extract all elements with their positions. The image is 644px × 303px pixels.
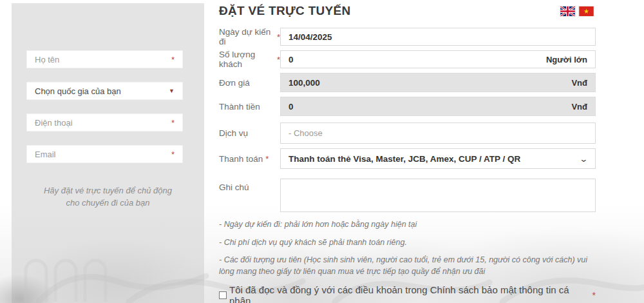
form-row-date: Ngày dự kiến đi* 14/04/2025 (219, 28, 596, 46)
currency-label: Vnđ (571, 78, 587, 88)
chevron-down-icon: ⌄ (579, 155, 588, 163)
form-footnotes: - Ngày dự kiến đi: phải lớn hơn hoặc bằn… (219, 219, 601, 284)
currency-label: Vnđ (571, 102, 587, 112)
form-row-note: Ghi chú (219, 179, 596, 212)
email-input[interactable]: Email * (26, 145, 183, 163)
quantity-label: Số lượng khách* (219, 50, 280, 68)
total-label: Thành tiền (219, 97, 280, 116)
date-label: Ngày dự kiến đi* (219, 28, 280, 46)
note-label: Ghi chú (219, 179, 280, 212)
email-placeholder: Email (35, 150, 171, 159)
quantity-input[interactable]: 0 Người lớn (280, 50, 596, 68)
required-marker: * (171, 118, 175, 128)
footnote: - Ngày dự kiến đi: phải lớn hơn hoặc bằn… (219, 219, 601, 231)
service-label: Dịch vụ (219, 122, 280, 144)
date-input[interactable]: 14/04/2025 (280, 28, 596, 46)
agreement-text: Tôi đã đọc và đồng ý với các điều khoản … (229, 284, 589, 303)
promo-text: Hãy đặt vé trực tuyến để chủ động cho ch… (23, 184, 193, 209)
form-row-unit-price: Đơn giá 100,000 Vnđ (219, 73, 596, 92)
note-textarea[interactable] (280, 179, 596, 212)
agreement-checkbox[interactable] (219, 291, 227, 299)
language-vietnamese-flag[interactable] (579, 6, 594, 16)
country-selected-value: Chọn quốc gia của bạn (35, 86, 169, 96)
language-switcher (560, 6, 594, 16)
booking-form: ĐẶT VÉ TRỰC TUYẾN Ngày dự kiến đi* 14/04… (219, 0, 596, 303)
service-placeholder: - Choose (289, 128, 587, 138)
form-row-quantity: Số lượng khách* 0 Người lớn (219, 50, 596, 68)
service-select[interactable]: - Choose (280, 122, 596, 144)
payment-label: Thanh toán* (219, 148, 280, 169)
required-marker: * (171, 55, 175, 64)
unit-price-label: Đơn giá (219, 73, 280, 92)
required-marker: * (592, 290, 596, 300)
booking-page: Họ tên * Chọn quốc gia của bạn ▼ Điện th… (0, 0, 644, 303)
country-select[interactable]: Chọn quốc gia của bạn ▼ (26, 82, 183, 100)
page-title: ĐẶT VÉ TRỰC TUYẾN (219, 4, 351, 18)
contact-sidebar: Họ tên * Chọn quốc gia của bạn ▼ Điện th… (12, 3, 204, 303)
form-row-service: Dịch vụ - Choose (219, 122, 596, 144)
required-marker: * (171, 150, 175, 159)
fullname-placeholder: Họ tên (35, 55, 171, 64)
unit-price-readonly-field: 100,000 Vnđ (280, 73, 596, 92)
payment-select[interactable]: Thanh toán thẻ Visa, Master, JCB, Amex, … (280, 148, 596, 169)
fullname-input[interactable]: Họ tên * (26, 50, 183, 68)
dropdown-arrow-icon: ▼ (169, 88, 175, 94)
agreement-row: Tôi đã đọc và đồng ý với các điều khoản … (219, 284, 596, 303)
quantity-unit-label: Người lớn (546, 55, 587, 64)
payment-selected-value: Thanh toán thẻ Visa, Master, JCB, Amex, … (289, 154, 580, 164)
form-row-total: Thành tiền 0 Vnđ (219, 97, 596, 116)
phone-input[interactable]: Điện thoại * (26, 113, 183, 132)
phone-placeholder: Điện thoại (35, 118, 171, 128)
footnote: - Các đối tượng ưu tiên (Học sinh sinh v… (219, 255, 601, 277)
form-row-payment: Thanh toán* Thanh toán thẻ Visa, Master,… (219, 148, 596, 169)
language-english-flag[interactable] (560, 6, 575, 16)
total-readonly-field: 0 Vnđ (280, 97, 596, 116)
footnote: - Chi phí dịch vụ quý khách sẽ phải than… (219, 237, 601, 249)
